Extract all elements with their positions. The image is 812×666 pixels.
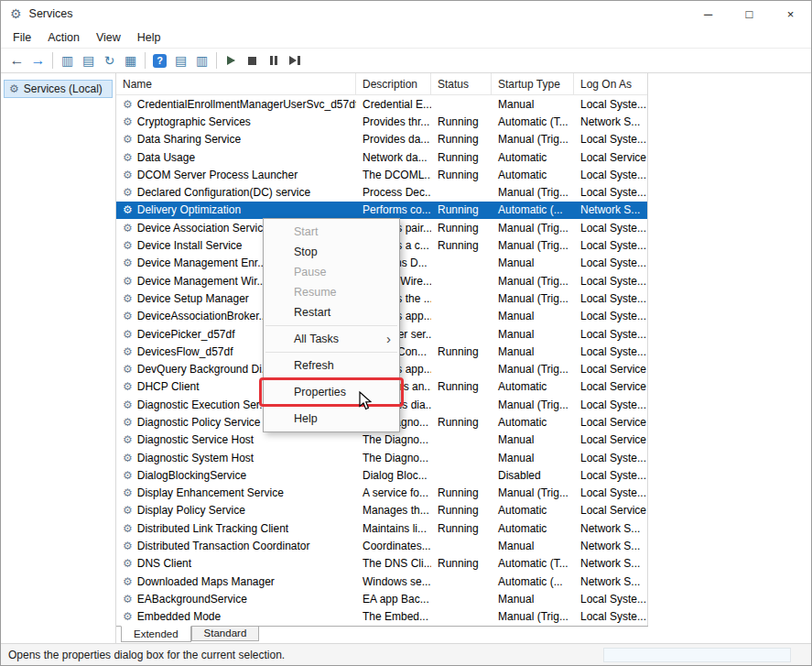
table-row[interactable]: ⚙Distributed Transaction CoordinatorCoor… — [116, 537, 647, 554]
menu-separator — [265, 378, 397, 379]
service-icon: ⚙ — [123, 469, 133, 482]
help-icon[interactable]: ? — [149, 50, 170, 71]
service-description-cell: Coordinates... — [356, 537, 431, 554]
start-service-icon[interactable] — [221, 50, 242, 71]
close-button[interactable]: × — [770, 1, 811, 27]
table-row[interactable]: ⚙Diagnostic System HostThe Diagno...Manu… — [116, 449, 647, 466]
service-logon-cell: Network S... — [574, 555, 647, 573]
service-icon: ⚙ — [123, 399, 133, 411]
service-logon-cell: Local Syste... — [574, 255, 647, 272]
minimize-button[interactable]: ─ — [687, 1, 729, 27]
service-icon: ⚙ — [123, 186, 133, 199]
menu-help[interactable]: Help — [129, 28, 169, 47]
service-name: Distributed Link Tracking Client — [137, 522, 288, 535]
service-startup-cell: Automatic — [492, 148, 574, 166]
show-description-icon[interactable]: ▤ — [170, 50, 191, 71]
service-status-cell — [431, 431, 492, 449]
menu-action[interactable]: Action — [39, 28, 88, 47]
table-row[interactable]: ⚙Diagnostic Service HostThe Diagno...Man… — [116, 431, 647, 449]
service-logon-cell: Local Service — [574, 413, 647, 431]
menu-item-stop[interactable]: Stop — [264, 242, 399, 262]
table-row[interactable]: ⚙Delivery OptimizationPerforms co...Runn… — [116, 202, 647, 219]
service-startup-cell: Manual (Trig... — [492, 608, 574, 626]
tab-extended[interactable]: Extended — [121, 626, 191, 642]
service-logon-cell: Local Syste... — [574, 183, 647, 201]
service-icon: ⚙ — [123, 169, 133, 181]
table-row[interactable]: ⚙Embedded ModeThe Embed...Manual (Trig..… — [116, 608, 647, 626]
column-header-description[interactable]: Description — [356, 73, 431, 94]
forward-icon[interactable]: → — [27, 50, 49, 71]
menu-item-all-tasks[interactable]: All Tasks› — [264, 329, 399, 349]
refresh-icon[interactable]: ↻ — [99, 50, 120, 71]
menu-file[interactable]: File — [5, 28, 39, 47]
status-bar-panel — [603, 648, 791, 662]
menu-item-properties[interactable]: Properties — [264, 382, 399, 402]
table-row[interactable]: ⚙Declared Configuration(DC) serviceProce… — [116, 183, 647, 201]
toolbar-separator — [52, 52, 53, 69]
back-icon[interactable]: ← — [6, 50, 27, 71]
service-name: Distributed Transaction Coordinator — [137, 540, 310, 552]
column-header-status[interactable]: Status — [431, 73, 492, 94]
table-row[interactable]: ⚙DCOM Server Process LauncherThe DCOML..… — [116, 166, 647, 183]
service-logon-cell: Local Syste... — [574, 272, 647, 289]
service-status-cell — [431, 537, 492, 554]
detail-view-icon[interactable]: ▥ — [191, 50, 212, 71]
service-description-cell: Dialog Bloc... — [356, 466, 431, 484]
service-startup-cell: Automatic (... — [492, 573, 574, 590]
pause-service-icon[interactable] — [263, 50, 284, 71]
menu-item-refresh[interactable]: Refresh — [264, 355, 399, 376]
tab-standard[interactable]: Standard — [191, 627, 260, 641]
table-row[interactable]: ⚙EABackgroundServiceEA app Bac...ManualL… — [116, 590, 647, 607]
service-name-cell: ⚙CredentialEnrollmentManagerUserSvc_d57d… — [116, 95, 356, 113]
column-header-log-on-as[interactable]: Log On As — [574, 73, 647, 94]
table-row[interactable]: ⚙Cryptographic ServicesProvides thr...Ru… — [116, 113, 647, 130]
properties-tool-icon[interactable]: ▤ — [78, 50, 99, 71]
table-row[interactable]: ⚙Data Sharing ServiceProvides da...Runni… — [116, 131, 647, 148]
service-description-cell: A service fo... — [356, 485, 431, 502]
service-name-cell: ⚙Display Enhancement Service — [116, 485, 356, 502]
service-status-cell — [431, 95, 492, 113]
service-icon: ⚙ — [123, 504, 133, 517]
menu-separator — [265, 405, 397, 406]
service-status-cell: Running — [431, 202, 492, 219]
service-name: Cryptographic Services — [137, 115, 251, 128]
table-row[interactable]: ⚙DNS ClientThe DNS Cli...RunningAutomati… — [116, 555, 647, 573]
service-icon: ⚙ — [123, 98, 133, 111]
menu-item-label: Restart — [294, 306, 330, 319]
menu-view[interactable]: View — [88, 28, 129, 47]
table-row[interactable]: ⚙Downloaded Maps ManagerWindows se...Aut… — [116, 573, 647, 590]
show-console-tree-icon[interactable]: ▥ — [57, 50, 78, 71]
restart-service-icon[interactable] — [284, 50, 305, 71]
menu-item-help[interactable]: Help — [264, 409, 399, 429]
service-startup-cell: Automatic — [492, 166, 574, 183]
service-logon-cell: Local Syste... — [574, 343, 647, 360]
tree-item-services-local[interactable]: ⚙ Services (Local) — [4, 80, 113, 98]
maximize-button[interactable]: □ — [729, 1, 770, 27]
export-list-icon[interactable]: ▦ — [120, 50, 141, 71]
service-startup-cell: Manual — [492, 590, 574, 607]
service-startup-cell: Automatic — [492, 413, 574, 431]
service-description-cell: Process Dec... — [356, 183, 431, 201]
service-startup-cell: Manual — [492, 431, 574, 449]
service-logon-cell: Local Syste... — [574, 608, 647, 626]
column-header-name[interactable]: Name — [116, 73, 356, 94]
service-name-cell: ⚙Declared Configuration(DC) service — [116, 183, 356, 201]
service-icon: ⚙ — [123, 416, 133, 429]
service-logon-cell: Local Syste... — [574, 131, 647, 148]
table-row[interactable]: ⚙Display Policy ServiceManages th...Runn… — [116, 502, 647, 519]
table-row[interactable]: ⚙Distributed Link Tracking ClientMaintai… — [116, 519, 647, 537]
restart-service-glyph — [289, 56, 300, 65]
table-row[interactable]: ⚙Display Enhancement ServiceA service fo… — [116, 485, 647, 502]
window-controls: ─ □ × — [687, 1, 811, 27]
service-name-cell: ⚙Diagnostic Service Host — [116, 431, 356, 449]
service-icon: ⚙ — [123, 345, 133, 358]
service-status-cell — [431, 573, 492, 590]
service-name: Diagnostic System Host — [137, 452, 254, 464]
stop-service-icon[interactable] — [242, 50, 263, 71]
table-row[interactable]: ⚙DialogBlockingServiceDialog Bloc...Disa… — [116, 466, 647, 484]
table-row[interactable]: ⚙Data UsageNetwork da...RunningAutomatic… — [116, 148, 647, 166]
column-header-startup-type[interactable]: Startup Type — [492, 73, 574, 94]
menu-item-restart[interactable]: Restart — [264, 302, 399, 322]
service-name: Device Management Enr... — [137, 257, 266, 269]
table-row[interactable]: ⚙CredentialEnrollmentManagerUserSvc_d57d… — [116, 95, 647, 113]
